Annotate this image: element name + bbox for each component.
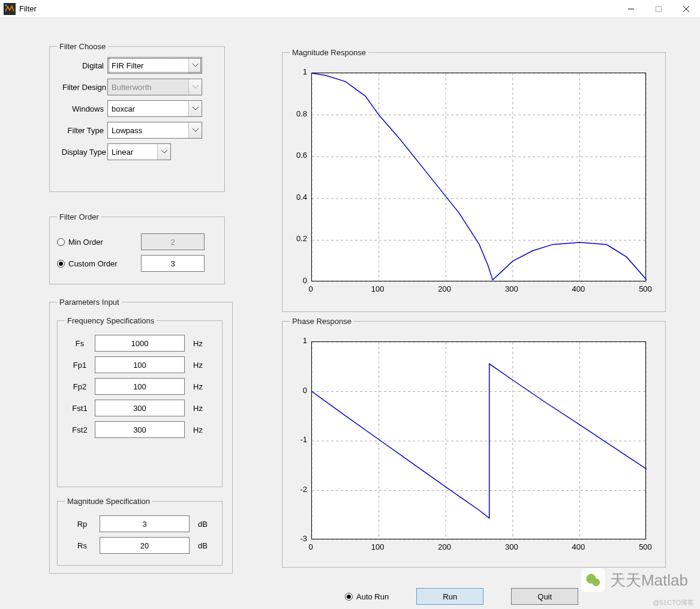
x-tick: 500 bbox=[638, 542, 653, 551]
y-tick: 0.4 bbox=[287, 193, 307, 202]
watermark-text: 天天Matlab bbox=[610, 570, 688, 591]
rp-input[interactable]: 3 bbox=[100, 515, 190, 532]
x-tick: 200 bbox=[437, 284, 452, 293]
rp-unit: dB bbox=[190, 520, 208, 529]
filter-design-value: Butterworth bbox=[108, 83, 188, 92]
filter-choose-group: Filter Choose Digital FIR Filter Filter … bbox=[49, 42, 225, 192]
fs-unit: Hz bbox=[185, 339, 203, 348]
filter-type-label: Filter Type bbox=[57, 126, 107, 135]
x-tick: 0 bbox=[304, 284, 318, 293]
magnitude-spec-group: Magnitude Specification Rp3dB Rs20dB bbox=[57, 497, 223, 566]
x-tick: 300 bbox=[504, 284, 519, 293]
fst1-unit: Hz bbox=[185, 404, 203, 413]
filter-design-label: Filter Design bbox=[57, 83, 107, 92]
filter-type-dropdown[interactable]: Lowpass bbox=[107, 122, 202, 139]
parameters-input-legend: Parameters Input bbox=[57, 298, 122, 307]
fp2-label: Fp2 bbox=[65, 382, 95, 391]
x-tick: 0 bbox=[304, 542, 318, 551]
display-type-label: Display Type bbox=[57, 148, 107, 157]
magnitude-axes[interactable] bbox=[311, 73, 646, 281]
chevron-down-icon bbox=[188, 79, 202, 95]
fst2-input[interactable]: 300 bbox=[95, 421, 185, 438]
windows-value: boxcar bbox=[108, 104, 188, 113]
fp2-unit: Hz bbox=[185, 382, 203, 391]
x-tick: 500 bbox=[638, 284, 653, 293]
svg-point-30 bbox=[592, 578, 600, 586]
frequency-spec-legend: Frequency Specifications bbox=[65, 316, 157, 325]
custom-order-radio[interactable]: Custom Order bbox=[57, 259, 141, 268]
magnitude-spec-legend: Magnitude Specification bbox=[65, 497, 152, 506]
y-tick: 0.2 bbox=[287, 234, 307, 243]
fst1-label: Fst1 bbox=[65, 404, 95, 413]
x-tick: 400 bbox=[571, 284, 585, 293]
wechat-icon bbox=[581, 568, 605, 592]
fst2-label: Fst2 bbox=[65, 425, 95, 434]
app-icon bbox=[4, 3, 16, 15]
y-tick: -3 bbox=[287, 534, 307, 543]
magnitude-response-legend: Magnitude Response bbox=[290, 48, 368, 57]
svg-rect-3 bbox=[656, 6, 662, 11]
watermark: 天天Matlab bbox=[581, 568, 688, 592]
quit-button[interactable]: Quit bbox=[511, 588, 578, 605]
minimize-button[interactable] bbox=[617, 0, 645, 18]
close-button[interactable] bbox=[672, 0, 700, 18]
fs-input[interactable]: 1000 bbox=[95, 335, 185, 352]
phase-response-legend: Phase Response bbox=[290, 317, 354, 326]
y-tick: 0 bbox=[287, 386, 307, 395]
min-order-label: Min Order bbox=[68, 238, 103, 247]
fp2-input[interactable]: 100 bbox=[95, 378, 185, 395]
y-tick: -1 bbox=[287, 435, 307, 444]
fst1-input[interactable]: 300 bbox=[95, 400, 185, 416]
radio-icon bbox=[57, 260, 65, 268]
filter-type-value: Lowpass bbox=[108, 126, 188, 135]
magnitude-response-group: Magnitude Response 010020030040050000.20… bbox=[282, 48, 666, 312]
phase-response-group: Phase Response 0100200300400500-3-2-101 bbox=[282, 317, 666, 568]
fs-label: Fs bbox=[65, 339, 95, 348]
frequency-spec-group: Frequency Specifications Fs1000Hz Fp1100… bbox=[57, 316, 223, 487]
filter-order-group: Filter Order Min Order 2 Custom Order 3 bbox=[49, 212, 225, 284]
digital-dropdown[interactable]: FIR Filter bbox=[107, 57, 202, 74]
digital-label: Digital bbox=[57, 61, 107, 70]
chevron-down-icon bbox=[188, 58, 202, 73]
window-title: Filter bbox=[19, 4, 617, 13]
fp1-unit: Hz bbox=[185, 361, 203, 370]
run-button[interactable]: Run bbox=[416, 588, 483, 605]
y-tick: 0 bbox=[287, 276, 307, 285]
radio-icon bbox=[345, 593, 353, 601]
custom-order-input[interactable]: 3 bbox=[141, 255, 205, 272]
x-tick: 400 bbox=[571, 542, 585, 551]
min-order-radio[interactable]: Min Order bbox=[57, 238, 141, 247]
y-tick: 1 bbox=[287, 336, 307, 345]
phase-axes[interactable] bbox=[311, 341, 646, 539]
auto-run-label: Auto Run bbox=[356, 592, 389, 601]
footer-credit: @51CTO博客 bbox=[653, 598, 694, 607]
fst2-unit: Hz bbox=[185, 425, 203, 434]
fp1-input[interactable]: 100 bbox=[95, 356, 185, 373]
x-tick: 300 bbox=[504, 542, 519, 551]
rs-unit: dB bbox=[190, 541, 208, 550]
filter-design-dropdown: Butterworth bbox=[107, 79, 202, 95]
svg-point-1 bbox=[5, 4, 7, 6]
chevron-down-icon bbox=[157, 144, 170, 160]
y-tick: 0.8 bbox=[287, 109, 307, 118]
auto-run-radio[interactable]: Auto Run bbox=[345, 592, 389, 601]
x-tick: 200 bbox=[437, 542, 452, 551]
display-type-dropdown[interactable]: Linear bbox=[107, 143, 171, 160]
rs-input[interactable]: 20 bbox=[100, 537, 190, 554]
min-order-input: 2 bbox=[141, 233, 205, 250]
title-bar: Filter bbox=[0, 0, 700, 18]
y-tick: 1 bbox=[287, 67, 307, 76]
y-tick: -2 bbox=[287, 485, 307, 494]
filter-order-legend: Filter Order bbox=[57, 212, 101, 221]
rp-label: Rp bbox=[65, 520, 100, 529]
custom-order-label: Custom Order bbox=[68, 259, 118, 268]
parameters-input-group: Parameters Input Frequency Specification… bbox=[49, 298, 233, 574]
client-area: Filter Choose Digital FIR Filter Filter … bbox=[0, 18, 700, 609]
maximize-button[interactable] bbox=[645, 0, 672, 18]
y-tick: 0.6 bbox=[287, 151, 307, 160]
chevron-down-icon bbox=[188, 122, 202, 138]
windows-label: Windows bbox=[57, 104, 107, 113]
radio-icon bbox=[57, 238, 65, 246]
chevron-down-icon bbox=[188, 101, 202, 116]
windows-dropdown[interactable]: boxcar bbox=[107, 100, 202, 117]
